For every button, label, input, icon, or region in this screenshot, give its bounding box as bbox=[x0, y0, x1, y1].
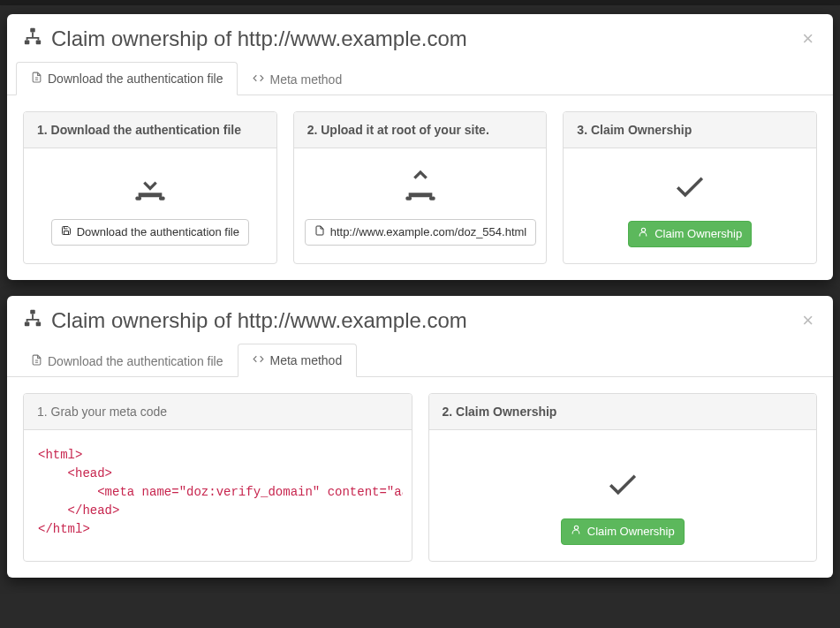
sitemap-icon bbox=[23, 308, 42, 333]
close-button[interactable]: × bbox=[798, 29, 817, 49]
claim-ownership-button[interactable]: Claim Ownership bbox=[628, 221, 752, 247]
tab-download-file-label: Download the authentication file bbox=[48, 72, 223, 86]
svg-rect-0 bbox=[30, 28, 35, 33]
meta-step-2-heading: 2. Claim Ownership bbox=[429, 394, 817, 430]
tab-download-file[interactable]: Download the authentication file bbox=[16, 62, 238, 95]
step-2-heading: 2. Upload it at root of your site. bbox=[294, 112, 547, 148]
file-icon bbox=[31, 72, 42, 86]
tab-meta-method[interactable]: Meta method bbox=[238, 344, 357, 377]
close-button[interactable]: × bbox=[798, 311, 817, 330]
svg-rect-12 bbox=[36, 322, 41, 327]
claim-ownership-modal-meta: Claim ownership of http://www.example.co… bbox=[7, 296, 833, 578]
download-auth-file-button[interactable]: Download the authentication file bbox=[51, 219, 249, 246]
claim-ownership-button[interactable]: Claim Ownership bbox=[561, 518, 685, 545]
svg-rect-8 bbox=[429, 197, 435, 201]
tabs: Download the authentication file Meta me… bbox=[7, 62, 833, 95]
auth-file-url-button[interactable]: http://www.example.com/doz_554.html bbox=[305, 219, 537, 246]
download-auth-file-button-label: Download the authentication file bbox=[77, 224, 239, 240]
modal-header: Claim ownership of http://www.example.co… bbox=[7, 296, 833, 344]
user-icon bbox=[638, 226, 649, 242]
tab-meta-method[interactable]: Meta method bbox=[238, 62, 357, 95]
svg-rect-6 bbox=[159, 197, 165, 201]
tab-meta-method-label: Meta method bbox=[269, 353, 342, 367]
modal-body: 1. Grab your meta code <html> <head> <me… bbox=[7, 377, 833, 578]
modal-header: Claim ownership of http://www.example.co… bbox=[7, 14, 833, 62]
svg-rect-1 bbox=[25, 41, 29, 45]
meta-code-snippet[interactable]: <html> <head> <meta name="doz:verify_dom… bbox=[33, 443, 403, 542]
svg-rect-5 bbox=[135, 197, 141, 201]
file-icon bbox=[31, 354, 42, 368]
svg-rect-2 bbox=[36, 41, 41, 45]
svg-rect-11 bbox=[25, 322, 29, 327]
step-2-panel: 2. Upload it at root of your site. http:… bbox=[293, 111, 548, 264]
modal-title-text: Claim ownership of http://www.example.co… bbox=[51, 26, 467, 51]
upload-icon bbox=[403, 168, 438, 207]
backdrop-navbar bbox=[0, 0, 840, 5]
claim-ownership-button-label: Claim Ownership bbox=[655, 226, 742, 242]
sitemap-icon bbox=[23, 26, 42, 51]
svg-rect-10 bbox=[30, 310, 35, 314]
tab-meta-method-label: Meta method bbox=[269, 72, 342, 87]
tabs: Download the authentication file Meta me… bbox=[7, 344, 833, 377]
code-icon bbox=[253, 353, 264, 367]
user-icon bbox=[571, 524, 582, 540]
meta-step-1-heading: 1. Grab your meta code bbox=[24, 394, 412, 430]
meta-step-1-panel: 1. Grab your meta code <html> <head> <me… bbox=[23, 393, 412, 562]
meta-step-2-panel: 2. Claim Ownership Claim Ownership bbox=[428, 393, 818, 562]
claim-ownership-button-label: Claim Ownership bbox=[587, 524, 675, 540]
svg-rect-7 bbox=[405, 197, 412, 201]
tab-download-file[interactable]: Download the authentication file bbox=[16, 344, 238, 377]
modal-body: 1. Download the authentication file Down… bbox=[7, 95, 833, 280]
step-1-heading: 1. Download the authentication file bbox=[24, 112, 276, 148]
code-icon bbox=[253, 72, 264, 87]
step-3-heading: 3. Claim Ownership bbox=[564, 112, 816, 148]
save-icon bbox=[61, 224, 72, 240]
download-icon bbox=[132, 168, 168, 207]
svg-point-9 bbox=[642, 228, 646, 231]
file-icon bbox=[314, 224, 325, 240]
auth-file-url-label: http://www.example.com/doz_554.html bbox=[330, 224, 527, 240]
modal-title: Claim ownership of http://www.example.co… bbox=[23, 26, 467, 51]
svg-point-15 bbox=[574, 526, 578, 529]
tab-download-file-label: Download the authentication file bbox=[48, 354, 223, 368]
check-icon bbox=[604, 465, 641, 506]
check-icon bbox=[671, 168, 708, 208]
claim-ownership-modal-file: Claim ownership of http://www.example.co… bbox=[7, 14, 833, 280]
step-1-panel: 1. Download the authentication file Down… bbox=[23, 111, 277, 264]
modal-title: Claim ownership of http://www.example.co… bbox=[23, 308, 467, 333]
modal-title-text: Claim ownership of http://www.example.co… bbox=[51, 308, 467, 333]
step-3-panel: 3. Claim Ownership Claim Ownership bbox=[563, 111, 817, 264]
